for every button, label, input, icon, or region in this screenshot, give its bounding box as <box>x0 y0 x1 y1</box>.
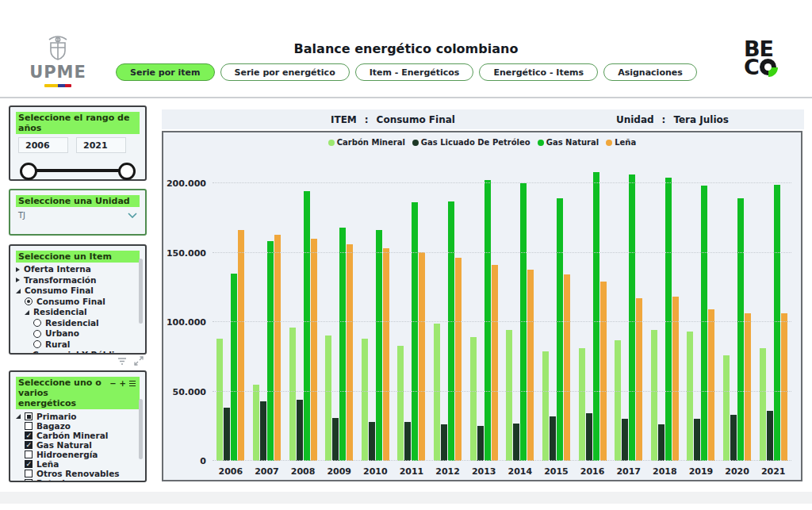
bar-gas-licuado-de-petróleo-2019[interactable] <box>694 419 700 461</box>
bar-leña-2016[interactable] <box>600 282 607 461</box>
bar-carbón-mineral-2021[interactable] <box>760 348 766 461</box>
item-node-oferta-interna[interactable]: Oferta Interna <box>10 264 145 275</box>
bar-carbón-mineral-2011[interactable] <box>397 346 404 461</box>
bar-leña-2011[interactable] <box>419 252 425 461</box>
bar-gas-licuado-de-petróleo-2007[interactable] <box>260 401 266 461</box>
energetico-node-petroleo[interactable]: Petroleo <box>10 478 145 482</box>
bar-carbón-mineral-2007[interactable] <box>253 385 259 461</box>
bar-gas-natural-2010[interactable] <box>376 230 382 461</box>
bar-gas-licuado-de-petróleo-2010[interactable] <box>369 422 375 461</box>
bar-gas-licuado-de-petróleo-2009[interactable] <box>332 418 339 461</box>
bar-leña-2012[interactable] <box>455 258 462 461</box>
checkbox-partial-icon[interactable] <box>25 412 33 420</box>
bar-gas-natural-2019[interactable] <box>701 186 707 461</box>
bar-gas-licuado-de-petróleo-2013[interactable] <box>477 426 484 461</box>
checkbox-unchecked-icon[interactable] <box>25 451 33 458</box>
checkbox-checked-icon[interactable] <box>25 431 33 439</box>
list-icon[interactable] <box>129 381 136 386</box>
bar-leña-2021[interactable] <box>781 313 787 461</box>
bar-gas-natural-2021[interactable] <box>774 185 780 461</box>
slider-handle-start[interactable] <box>20 163 37 180</box>
bar-carbón-mineral-2009[interactable] <box>325 336 331 461</box>
bar-leña-2017[interactable] <box>636 298 642 461</box>
bar-leña-2006[interactable] <box>238 230 244 461</box>
tab-serie-por-energético[interactable]: Serie por energético <box>220 63 350 81</box>
bar-carbón-mineral-2012[interactable] <box>434 324 440 461</box>
year-end-input[interactable]: 2021 <box>76 137 126 153</box>
bar-gas-natural-2016[interactable] <box>593 172 599 461</box>
collapsed-arrow-icon[interactable] <box>16 278 20 282</box>
bar-gas-licuado-de-petróleo-2015[interactable] <box>550 416 556 461</box>
energetico-node-primario[interactable]: Primario <box>10 412 145 421</box>
tab-serie-por-item[interactable]: Serie por item <box>116 63 215 81</box>
legend-item-carbón-mineral[interactable]: Carbón Mineral <box>328 138 405 147</box>
bar-gas-natural-2017[interactable] <box>629 174 635 461</box>
item-node-residencial[interactable]: Residencial <box>10 307 145 318</box>
bar-leña-2015[interactable] <box>564 274 570 461</box>
bar-gas-natural-2018[interactable] <box>665 178 672 461</box>
tab-asignaciones[interactable]: Asignaciones <box>603 63 697 81</box>
bar-gas-natural-2020[interactable] <box>737 198 744 461</box>
bar-gas-natural-2006[interactable] <box>231 274 237 461</box>
legend-item-gas-licuado-de-petróleo[interactable]: Gas Licuado De Petróleo <box>412 138 530 147</box>
bar-carbón-mineral-2020[interactable] <box>723 355 730 461</box>
expanded-arrow-icon[interactable] <box>16 414 21 419</box>
collapsed-arrow-icon[interactable] <box>25 353 29 355</box>
bar-carbón-mineral-2017[interactable] <box>615 340 621 461</box>
radio-icon[interactable] <box>33 330 41 338</box>
item-node-transformación[interactable]: Transformación <box>10 275 145 286</box>
bar-gas-licuado-de-petróleo-2011[interactable] <box>404 422 411 461</box>
bar-leña-2019[interactable] <box>708 309 714 461</box>
bar-leña-2014[interactable] <box>527 270 534 461</box>
item-scrollbar[interactable] <box>139 259 143 324</box>
bar-gas-licuado-de-petróleo-2012[interactable] <box>441 424 447 461</box>
bar-leña-2010[interactable] <box>383 248 389 461</box>
bar-gas-licuado-de-petróleo-2006[interactable] <box>224 408 230 461</box>
bar-gas-natural-2012[interactable] <box>448 201 454 461</box>
bar-carbón-mineral-2013[interactable] <box>470 337 477 461</box>
bar-gas-licuado-de-petróleo-2018[interactable] <box>658 424 665 461</box>
item-node-residencial[interactable]: Residencial <box>10 318 145 329</box>
item-node-consumo-final[interactable]: Consumo Final <box>10 286 145 297</box>
legend-item-gas-natural[interactable]: Gas Natural <box>538 138 599 147</box>
bar-carbón-mineral-2016[interactable] <box>579 348 585 461</box>
checkbox-checked-icon[interactable] <box>25 460 33 468</box>
bar-carbón-mineral-2015[interactable] <box>542 351 549 461</box>
bar-gas-licuado-de-petróleo-2017[interactable] <box>622 419 628 461</box>
tab-energético-items[interactable]: Energético - Items <box>479 63 598 81</box>
radio-selected-icon[interactable] <box>25 297 33 305</box>
bar-gas-natural-2014[interactable] <box>520 183 527 461</box>
bar-leña-2009[interactable] <box>347 244 353 461</box>
bar-gas-natural-2011[interactable] <box>412 202 418 461</box>
bar-leña-2007[interactable] <box>274 235 281 461</box>
filter-icon[interactable] <box>117 357 127 366</box>
expand-all-icon[interactable]: + <box>120 378 126 389</box>
radio-icon[interactable] <box>33 340 41 348</box>
bar-gas-licuado-de-petróleo-2014[interactable] <box>513 424 519 461</box>
focus-mode-icon[interactable] <box>134 356 144 366</box>
bar-gas-natural-2015[interactable] <box>557 198 563 461</box>
collapsed-arrow-icon[interactable] <box>16 267 20 272</box>
energetico-node-leña[interactable]: Leña <box>10 459 145 469</box>
bar-carbón-mineral-2018[interactable] <box>651 330 657 461</box>
checkbox-unchecked-icon[interactable] <box>25 422 33 430</box>
radio-icon[interactable] <box>33 319 41 327</box>
energeticos-scrollbar[interactable] <box>139 399 143 459</box>
bar-gas-natural-2013[interactable] <box>485 180 491 461</box>
checkbox-unchecked-icon[interactable] <box>25 470 33 477</box>
bar-gas-natural-2007[interactable] <box>267 241 274 461</box>
item-node-consumo-final[interactable]: Consumo Final <box>10 297 145 308</box>
energetico-node-carbón-mineral[interactable]: Carbón Mineral <box>10 431 145 440</box>
bar-gas-natural-2009[interactable] <box>339 228 346 461</box>
checkbox-unchecked-icon[interactable] <box>25 479 33 482</box>
bar-gas-licuado-de-petróleo-2021[interactable] <box>767 411 773 461</box>
bar-gas-licuado-de-petróleo-2016[interactable] <box>586 413 592 461</box>
bar-leña-2020[interactable] <box>745 313 751 461</box>
bar-gas-licuado-de-petróleo-2008[interactable] <box>297 400 303 461</box>
bar-leña-2013[interactable] <box>492 265 498 461</box>
legend-item-leña[interactable]: Leña <box>606 138 636 147</box>
bar-carbón-mineral-2010[interactable] <box>362 339 368 461</box>
collapse-all-icon[interactable]: − <box>109 378 116 389</box>
tab-item-energéticos[interactable]: Item - Energéticos <box>355 63 474 81</box>
bar-carbón-mineral-2008[interactable] <box>289 328 296 461</box>
